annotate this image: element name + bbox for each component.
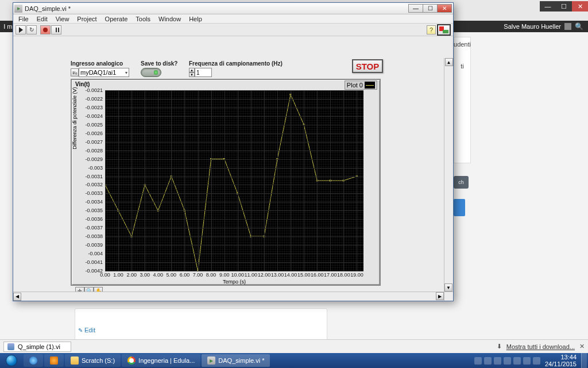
analog-input-label: Ingresso analogico: [71, 60, 129, 67]
titlebar[interactable]: DAQ_simple.vi * — ☐ ✕: [13, 3, 453, 14]
y-tick-label: -0.0037: [85, 225, 103, 231]
window-max-button[interactable]: ☐: [423, 4, 438, 13]
file-icon: [7, 343, 14, 350]
vertical-scrollbar[interactable]: ▲ ▼: [444, 58, 453, 292]
y-tick-label: -0.0024: [85, 113, 103, 119]
taskbar: Scratch (S:) Ingegneria | Edula... DAQ_s…: [0, 353, 588, 368]
window-min-button[interactable]: —: [408, 4, 423, 13]
menubar: File Edit View Project Operate Tools Win…: [13, 14, 453, 24]
y-tick-label: -0.0033: [85, 190, 103, 196]
stop-button[interactable]: STOP: [352, 59, 383, 73]
plot-area[interactable]: [105, 90, 363, 271]
spinner-down-icon[interactable]: ▼: [189, 72, 195, 77]
context-help-button[interactable]: ?: [427, 25, 436, 34]
y-tick-label: -0.0022: [85, 96, 103, 102]
chevron-down-icon: ▾: [125, 70, 127, 75]
x-tick-label: 18.00: [337, 272, 350, 278]
save-to-disk-control: Save to disk?: [141, 60, 177, 77]
y-tick-label: -0.0039: [85, 242, 103, 248]
scroll-right-button[interactable]: ▶: [436, 292, 444, 300]
abort-button[interactable]: [40, 25, 51, 34]
scroll-up-button[interactable]: ▲: [445, 58, 453, 66]
labview-app-icon: [14, 5, 22, 13]
taskbar-item-label: DAQ_simple.vi *: [218, 357, 264, 364]
chart-title: Vin(t): [75, 81, 90, 87]
tray-clock[interactable]: 13:44 24/11/2015: [543, 354, 579, 367]
x-tick-label: 8.00: [206, 272, 216, 278]
labview-icon: [207, 356, 215, 365]
bg-min-button[interactable]: —: [540, 1, 556, 12]
tray-icon[interactable]: [484, 357, 492, 365]
x-tick-label: 4.00: [153, 272, 164, 278]
x-tick-label: 1.00: [113, 272, 123, 278]
bg-blue-accent: [454, 199, 465, 216]
save-to-disk-toggle[interactable]: [141, 68, 161, 77]
y-tick-label: -0.0025: [85, 122, 103, 128]
ie-icon: [29, 356, 37, 365]
download-bar: Q_simple (1).vi ⬇ Mostra tutti i downloa…: [0, 339, 588, 353]
x-tick-label: 13.00: [271, 272, 284, 278]
tray-icon[interactable]: [513, 357, 521, 365]
menu-view[interactable]: View: [52, 15, 74, 23]
chart-legend[interactable]: Plot 0: [345, 80, 377, 90]
x-tick-label: 2.00: [126, 272, 137, 278]
sample-rate-label: Frequenza di campionamento (Hz): [189, 60, 283, 67]
tray-volume-icon[interactable]: [533, 357, 540, 365]
downloadbar-close-button[interactable]: ✕: [579, 343, 585, 350]
x-tick-label: 14.00: [284, 272, 297, 278]
taskbar-firefox[interactable]: [44, 354, 64, 367]
bg-max-button[interactable]: ☐: [556, 1, 572, 12]
sample-rate-spinner[interactable]: ▲▼: [189, 68, 195, 77]
tray-icon[interactable]: [474, 357, 482, 365]
user-avatar-icon[interactable]: [564, 23, 571, 30]
labview-window: DAQ_simple.vi * — ☐ ✕ File Edit View Pro…: [13, 2, 454, 301]
scroll-down-button[interactable]: ▼: [444, 283, 452, 292]
vi-icon-pane[interactable]: [437, 24, 451, 36]
front-panel: Ingresso analogico I/₀myDAQ1/ai1▾ Save t…: [13, 36, 453, 301]
window-close-button[interactable]: ✕: [437, 4, 452, 13]
menu-file[interactable]: File: [14, 15, 33, 23]
y-tick-label: -0.0021: [85, 87, 103, 93]
bg-close-button[interactable]: ✕: [572, 1, 588, 12]
clock-time: 13:44: [545, 354, 577, 361]
run-continuous-button[interactable]: [26, 25, 37, 34]
spinner-up-icon[interactable]: ▲: [189, 68, 195, 72]
menu-window[interactable]: Window: [154, 15, 185, 23]
menu-help[interactable]: Help: [185, 15, 206, 23]
menu-project[interactable]: Project: [73, 15, 100, 23]
menu-tools[interactable]: Tools: [131, 15, 154, 23]
taskbar-item-labview[interactable]: DAQ_simple.vi *: [202, 354, 270, 367]
download-filename: Q_simple (1).vi: [18, 343, 60, 350]
taskbar-ie[interactable]: [24, 354, 43, 367]
sample-rate-input[interactable]: [195, 68, 212, 77]
edit-link[interactable]: Edit: [78, 327, 95, 334]
x-tick-label: 12.00: [258, 272, 271, 278]
y-tick-label: -0.0023: [85, 105, 103, 110]
taskbar-item-chrome[interactable]: Ingegneria | Edula...: [122, 354, 200, 367]
run-button[interactable]: [16, 25, 26, 34]
bg-side-text: ti: [461, 63, 464, 70]
x-tick-label: 10.00: [231, 272, 245, 278]
legend-swatch[interactable]: [365, 82, 375, 89]
taskbar-item-label: Ingegneria | Edula...: [138, 357, 195, 364]
download-item[interactable]: Q_simple (1).vi: [3, 342, 71, 352]
taskbar-item-scratch[interactable]: Scratch (S:): [65, 354, 121, 367]
show-all-downloads-link[interactable]: Mostra tutti i download...: [506, 343, 575, 350]
show-desktop-button[interactable]: [581, 353, 587, 368]
start-button[interactable]: [0, 353, 23, 368]
windows-orb-icon: [6, 355, 17, 366]
menu-operate[interactable]: Operate: [101, 15, 132, 23]
pause-button[interactable]: [51, 25, 61, 34]
x-axis-label: Tempo (s): [223, 279, 246, 285]
bg-search-button[interactable]: ch: [454, 176, 469, 189]
menu-edit[interactable]: Edit: [33, 15, 52, 23]
scroll-left-button[interactable]: ◀: [13, 293, 21, 301]
horizontal-scrollbar[interactable]: ◀ ▶: [13, 292, 444, 301]
analog-input-select[interactable]: myDAQ1/ai1▾: [79, 68, 129, 77]
x-tick-label: 9.00: [219, 272, 230, 278]
tray-network-icon[interactable]: [523, 357, 531, 365]
search-icon[interactable]: 🔍: [575, 22, 583, 30]
tray-icon[interactable]: [494, 357, 501, 365]
io-channel-icon[interactable]: I/₀: [71, 68, 79, 76]
tray-icon[interactable]: [504, 357, 511, 365]
